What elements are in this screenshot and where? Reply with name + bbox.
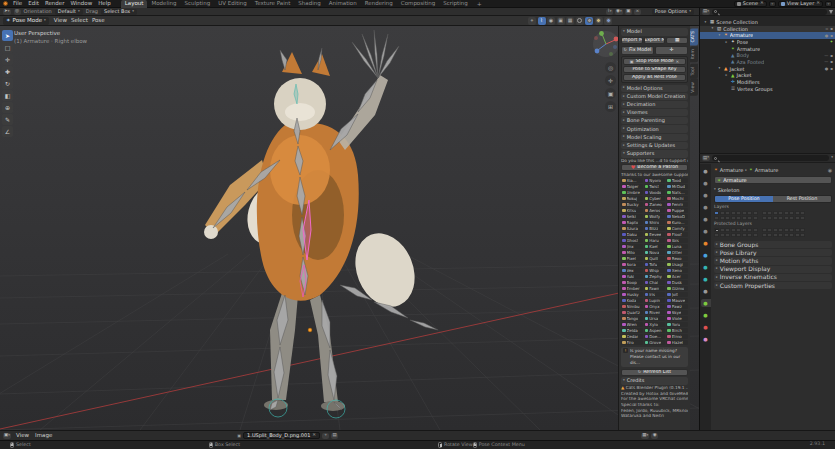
snap-magnet-icon[interactable]: ⌇▾ [606,9,613,15]
hidden-eye-icon[interactable]: — [824,54,828,58]
expander-icon[interactable]: ▾ [717,34,722,38]
supporter-chip[interactable]: Puppe [666,208,688,213]
properties-tab-physics[interactable]: ● [701,275,711,283]
proportional-edit-icon[interactable]: ◉▾ [615,9,623,15]
menu-item[interactable]: Render [42,0,68,8]
layer-cell[interactable] [736,216,741,221]
camera-icon[interactable]: ▪ [830,67,833,71]
layer-cell[interactable] [753,233,758,238]
outliner-row[interactable]: ▾ ✶ Armature ●▪ [700,32,835,39]
properties-panel-header[interactable]: ▸Bone Groups [714,241,832,248]
layer-cell[interactable] [767,228,772,233]
layer-cell[interactable] [762,233,767,238]
layer-cell[interactable] [789,228,794,233]
layer-cell[interactable] [800,233,805,238]
supporter-chip[interactable]: Husky [621,292,643,297]
expander-icon[interactable]: ▸ [724,41,729,45]
layer-cell[interactable] [720,211,725,216]
camera-icon[interactable]: ▪ [830,34,833,38]
sidebar-tab[interactable]: View [690,79,698,96]
properties-tab-tool[interactable]: ● [701,167,711,175]
shading-material-icon[interactable] [595,17,603,25]
screen-icon[interactable]: ▫ [826,27,829,31]
tool-button-rotate-tool[interactable]: ↻ [2,78,13,89]
properties-search[interactable] [712,155,829,161]
layer-cell[interactable] [742,228,747,233]
supporter-chip[interactable]: Fawn [644,286,666,291]
outliner-row[interactable]: ☰ Vertex Groups [700,86,835,93]
supporter-chip[interactable]: Kael [644,244,666,249]
new-image-button[interactable]: ＋ [322,433,329,439]
unlink-image-icon[interactable]: ✕ [312,433,316,438]
open-image-button[interactable]: ▤ [331,433,338,439]
properties-editor-icon[interactable]: ▤▾ [702,155,710,161]
outliner-row[interactable]: ✶ Armature [700,46,835,53]
orientation-dropdown[interactable]: Default▾ [55,9,83,15]
supporter-chip[interactable]: Luna [666,244,688,249]
properties-tab-constraints[interactable]: ● [701,287,711,295]
pose-to-shape-key-button[interactable]: Pose to Shape Key [623,66,686,73]
pin-icon[interactable]: ◉ [828,168,832,173]
supporter-chip[interactable]: Skye [666,310,688,315]
supporter-chip[interactable]: Chai [644,280,666,285]
supporter-chip[interactable]: Wren [621,322,643,327]
supporter-chip[interactable]: Eevee [644,232,666,237]
layer-cell[interactable] [753,228,758,233]
supporter-chip[interactable]: Shiro [644,220,666,225]
supporter-chip[interactable]: Umbre [621,190,643,195]
layer-cell[interactable] [731,211,736,216]
supporter-chip[interactable]: Blizz [644,226,666,231]
layer-cell[interactable] [725,228,730,233]
credits-panel-header[interactable]: ▾Credits [621,377,688,385]
layer-cell[interactable] [767,216,772,221]
workspace-tab[interactable]: UV Editing [214,0,251,8]
supporter-chip[interactable]: Mochi [666,196,688,201]
supporter-chip[interactable]: Tofu [644,262,666,267]
skeleton-panel-header[interactable]: ▾Skeleton [714,186,832,194]
sidebar-panel-header[interactable]: ▸Optimization [621,125,688,132]
properties-tab-bone[interactable]: ● [701,311,711,319]
properties-panel-header[interactable]: ▸Custom Properties [714,282,832,289]
workspace-tab[interactable]: Texture Paint [251,0,295,8]
supporter-chip[interactable]: Lupin [644,298,666,303]
viewport-canvas[interactable] [0,26,699,430]
layer-cell[interactable] [773,228,778,233]
layer-cell[interactable] [720,228,725,233]
image-editor-icon[interactable]: ▣▾ [3,433,11,439]
supporter-chip[interactable]: Taiger [621,184,643,189]
camera-icon[interactable]: ▪ [830,60,833,64]
supporter-chip[interactable]: Elmo [666,334,688,339]
supporter-chip[interactable]: Kitsu [621,208,643,213]
move-view-icon[interactable]: ✛ [605,75,616,86]
transform-options-icon[interactable]: ≍ [634,9,641,15]
fix-model-button[interactable]: ↻Fix Model [621,46,654,55]
layer-cell[interactable] [714,228,719,233]
tool-button-measure-tool[interactable]: ∠ [2,126,13,137]
unlink-view-layer-icon[interactable]: ✕ [816,1,820,6]
supporter-chip[interactable]: Selki [621,214,643,219]
layer-cell[interactable] [784,228,789,233]
shading-wireframe-icon[interactable] [576,17,584,25]
supporter-chip[interactable]: Doe... [644,334,666,339]
display-channels-icon[interactable]: ▦▾ [641,433,649,439]
viewport-menu-item[interactable]: Pose [90,18,107,24]
visibility-toggles[interactable]: ●▪ [825,67,833,71]
workspace-tab[interactable]: Compositing [397,0,439,8]
transform-orientation-icon[interactable]: ⌖ [528,17,536,25]
supporter-chip[interactable]: Ember [621,286,643,291]
new-view-layer-button[interactable]: ＋ [825,1,832,7]
expander-icon[interactable]: ▾ [717,67,722,71]
sidebar-tab[interactable]: Item [690,46,698,62]
sidebar-panel-header[interactable]: ▸Model Options [621,85,688,92]
properties-search-input[interactable] [719,156,827,161]
hidden-eye-icon[interactable]: — [824,60,828,64]
tool-button-annotate-tool[interactable]: ✎ [2,114,13,125]
outliner-row[interactable]: ▸ ✦ Pose ✦ [700,39,835,46]
supporter-chip[interactable]: Zaneo [644,202,666,207]
supporter-chip[interactable]: Cyber [644,196,666,201]
filter-icon[interactable] [829,10,833,14]
sidebar-panel-header[interactable]: ▸Settings & Updates [621,142,688,149]
outliner-row[interactable]: ▲ Body —▪ [700,52,835,59]
expander-icon[interactable]: ▸ [724,74,729,78]
supporter-chip[interactable]: Wisp [644,268,666,273]
